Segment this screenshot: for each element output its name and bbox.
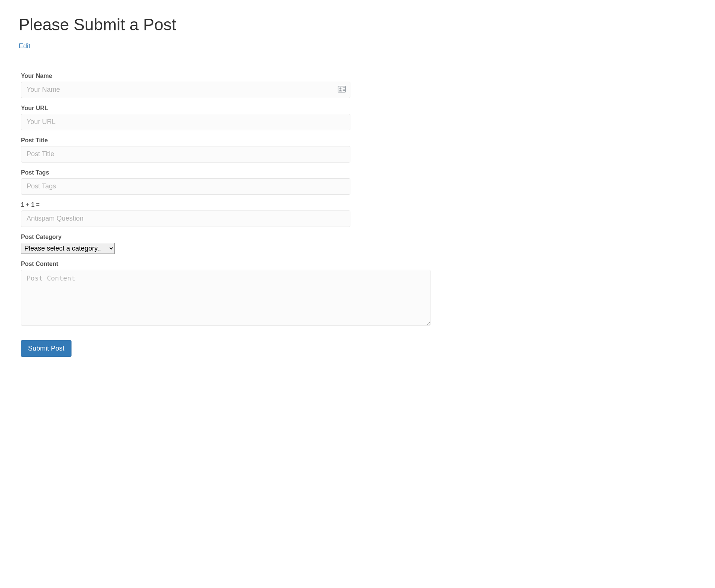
field-your-name: Your Name [21,73,350,98]
post-category-select[interactable]: Please select a category.. [21,243,115,254]
post-title-input[interactable] [21,146,350,163]
edit-link[interactable]: Edit [19,42,30,50]
post-title-label: Post Title [21,137,350,144]
post-content-textarea[interactable] [21,270,430,326]
field-antispam: 1 + 1 = [21,201,350,227]
field-your-url: Your URL [21,105,350,130]
antispam-label: 1 + 1 = [21,201,350,208]
your-url-label: Your URL [21,105,350,112]
post-category-label: Post Category [21,234,430,240]
post-content-label: Post Content [21,261,430,267]
post-tags-input[interactable] [21,178,350,195]
your-name-input[interactable] [21,82,350,98]
post-tags-label: Post Tags [21,169,350,176]
submit-post-form: Your Name Your URL [19,73,430,357]
antispam-input[interactable] [21,210,350,227]
field-post-title: Post Title [21,137,350,163]
submit-post-button[interactable]: Submit Post [21,340,72,357]
field-post-tags: Post Tags [21,169,350,195]
field-post-content: Post Content [21,261,430,326]
field-post-category: Post Category Please select a category.. [21,234,430,254]
page-title: Please Submit a Post [19,15,430,35]
your-name-label: Your Name [21,73,350,79]
your-url-input[interactable] [21,114,350,130]
